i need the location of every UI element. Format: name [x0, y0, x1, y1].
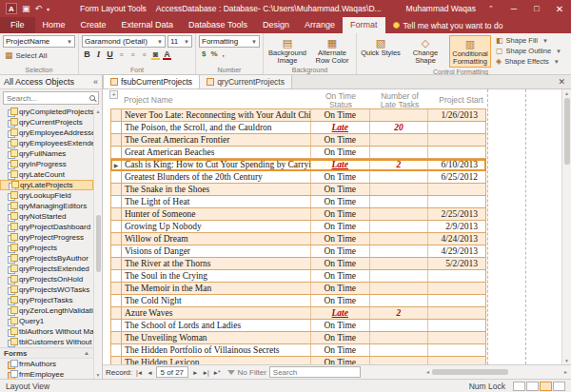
font-color-button[interactable]: A — [162, 49, 172, 59]
bold-button[interactable]: B — [82, 49, 92, 59]
minimize-button[interactable]: ─ — [506, 4, 522, 13]
cell-on-time-status[interactable]: On Time — [311, 221, 370, 232]
cell-late-tasks[interactable] — [370, 332, 429, 343]
quick-styles-button[interactable]: ▧ Quick Styles — [360, 35, 402, 68]
scroll-left-icon[interactable]: ◄ — [425, 369, 430, 375]
scroll-thumb[interactable] — [96, 215, 101, 272]
scroll-up-icon[interactable]: ▲ — [564, 90, 569, 96]
sidebar-item-qryprojectdashboard[interactable]: qryProjectDashboard — [0, 222, 93, 232]
row-selector[interactable] — [111, 221, 122, 232]
sidebar-item-qrynotstarted[interactable]: qryNotStarted — [0, 211, 93, 222]
table-row[interactable]: Azure WavesLate2 — [110, 307, 486, 320]
shape-effects-button[interactable]: ◈ Shape Effects ▼ — [496, 57, 561, 66]
row-selector[interactable]: ▶ — [111, 159, 122, 170]
vertical-scrollbar[interactable]: ▲ ▼ — [561, 89, 571, 364]
cell-project-name[interactable]: Visions of Danger — [122, 245, 311, 257]
cell-on-time-status[interactable]: On Time — [311, 270, 370, 282]
cell-project-start[interactable] — [428, 283, 485, 294]
cell-project-start[interactable]: 4/29/2013 — [428, 245, 485, 257]
cell-project-name[interactable]: Hunter of Someone — [122, 208, 311, 220]
column-header-project-start[interactable]: Project Start — [429, 92, 486, 108]
sidebar-item-frmemployee[interactable]: frmEmployee — [0, 369, 93, 379]
cell-on-time-status[interactable]: On Time — [311, 283, 370, 294]
table-row[interactable]: Greatest Blunders of the 20th CenturyOn … — [110, 171, 486, 184]
datasheet-view-icon[interactable] — [526, 382, 539, 391]
sidebar-item-tblcustomers-without-match-[interactable]: tblCustomers Without Match... — [0, 337, 93, 347]
cell-project-name[interactable]: The Hidden Lexicon — [122, 357, 311, 364]
font-family-combo[interactable]: Garamond (Detail)▼ — [82, 35, 166, 48]
table-row[interactable]: The Hidden Portfolio of Villainous Secre… — [110, 344, 486, 357]
cell-late-tasks[interactable] — [370, 357, 429, 364]
cell-project-start[interactable]: 6/25/2012 — [428, 171, 485, 183]
table-row[interactable]: The Unveiling WomanOn Time — [110, 332, 486, 344]
row-selector[interactable] — [111, 283, 122, 294]
cell-late-tasks[interactable] — [370, 344, 429, 356]
ribbon-display-options-icon[interactable]: ⌃ — [483, 5, 499, 12]
scroll-down-icon[interactable]: ▼ — [96, 372, 101, 378]
sidebar-item-qrylatecount[interactable]: qryLateCount — [0, 169, 93, 180]
table-row[interactable]: The School of Lords and LadiesOn Time — [110, 320, 486, 332]
currency-format-icon[interactable]: $ — [202, 49, 206, 58]
next-record-button[interactable]: ► — [191, 369, 198, 376]
cell-on-time-status[interactable]: On Time — [311, 258, 370, 269]
row-selector[interactable] — [111, 295, 122, 306]
cell-project-name[interactable]: The Cold Night — [122, 295, 311, 306]
cell-late-tasks[interactable] — [370, 270, 429, 282]
cell-project-name[interactable]: The School of Lords and Ladies — [122, 320, 311, 331]
column-header-project-name[interactable]: Project Name — [121, 92, 311, 108]
cell-project-start[interactable] — [428, 134, 485, 146]
cell-project-name[interactable]: Azure Waves — [122, 307, 311, 319]
alternate-row-color-button[interactable]: ▦ Alternate Row Color — [311, 35, 353, 66]
sidebar-item-qryprojectsbyauthor[interactable]: qryProjectsByAuthor — [0, 253, 93, 264]
cell-project-start[interactable]: 2/25/2013 — [428, 208, 485, 220]
align-left-icon[interactable]: ≡ — [116, 51, 127, 58]
cell-late-tasks[interactable]: 2 — [370, 159, 429, 170]
selection-object-combo[interactable]: ProjectName▼ — [3, 35, 75, 48]
select-all-button[interactable]: ▦ Select All — [3, 49, 75, 61]
table-row[interactable]: ▶Cash is King: How to Cut Your Spending … — [110, 159, 486, 171]
table-row[interactable]: The River at the ThornsOn Time5/2/2013 — [110, 258, 486, 270]
row-selector[interactable] — [111, 245, 122, 257]
conditional-formatting-button[interactable]: ▥ Conditional Formatting — [449, 35, 491, 68]
row-selector[interactable] — [111, 357, 122, 364]
cell-on-time-status[interactable]: On Time — [311, 245, 370, 257]
sidebar-item-qryprojectswotasks[interactable]: qryProjectsWOTasks — [0, 284, 93, 295]
close-document-icon[interactable]: ✕ — [552, 77, 571, 87]
cell-project-start[interactable] — [428, 344, 485, 356]
cell-on-time-status[interactable]: On Time — [311, 134, 370, 146]
sidebar-item-tblauthors-without-matchin-[interactable]: tblAuthors Without Matchin... — [0, 326, 93, 337]
cell-on-time-status[interactable]: On Time — [311, 208, 370, 220]
cell-project-start[interactable]: 2/9/2013 — [428, 221, 485, 232]
cell-late-tasks[interactable] — [370, 147, 429, 158]
align-center-icon[interactable]: ≡ — [128, 51, 138, 58]
cell-late-tasks[interactable]: 2 — [370, 307, 429, 319]
cell-late-tasks[interactable] — [370, 134, 429, 146]
table-row[interactable]: The Cold NightOn Time — [110, 295, 486, 307]
align-right-icon[interactable]: ≡ — [139, 51, 149, 58]
cell-late-tasks[interactable] — [370, 258, 429, 269]
tell-me-box[interactable]: Tell me what you want to do — [385, 17, 511, 33]
cell-project-name[interactable]: Cash is King: How to Cut Your Spending b… — [122, 159, 311, 170]
cell-on-time-status[interactable]: On Time — [311, 184, 370, 195]
table-row[interactable]: Growing Up NobodyOn Time2/9/2013 — [110, 221, 486, 233]
tab-design[interactable]: Design — [255, 17, 297, 33]
column-header-late-tasks[interactable]: Number of Late Tasks — [370, 92, 429, 108]
row-selector[interactable] — [111, 344, 122, 356]
cell-project-start[interactable]: 6/10/2013 — [428, 159, 485, 170]
table-row[interactable]: The Soul in the CryingOn Time — [110, 270, 486, 283]
cell-project-start[interactable] — [428, 332, 485, 343]
row-selector[interactable] — [111, 122, 122, 133]
save-icon[interactable]: ▣ — [22, 4, 30, 13]
cell-late-tasks[interactable] — [370, 208, 429, 220]
scroll-thumb[interactable] — [432, 369, 508, 375]
table-row[interactable]: The Poison, the Scroll, and the Cauldron… — [110, 122, 486, 134]
cell-project-start[interactable] — [428, 295, 485, 306]
navigation-pane-header[interactable]: All Access Objects « — [0, 75, 102, 89]
cell-project-start[interactable] — [428, 307, 485, 319]
shutter-close-icon[interactable]: « — [93, 77, 98, 87]
filter-icon[interactable] — [227, 370, 235, 375]
scroll-down-icon[interactable]: ▼ — [564, 358, 569, 363]
cell-on-time-status[interactable]: On Time — [311, 171, 370, 183]
cell-project-name[interactable]: The Snake in the Shoes — [122, 184, 311, 195]
cell-project-start[interactable] — [428, 196, 485, 207]
